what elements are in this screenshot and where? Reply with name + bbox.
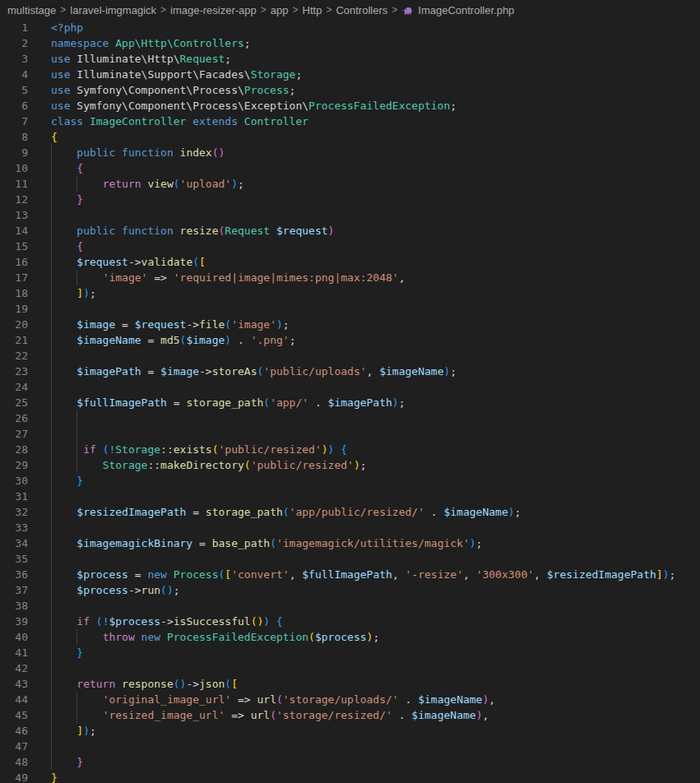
line-number[interactable]: 19 — [0, 301, 28, 317]
line-number[interactable]: 16 — [0, 254, 28, 270]
line-number[interactable]: 32 — [0, 504, 28, 520]
code-line-49[interactable]: 49} — [0, 770, 700, 783]
code-line-34[interactable]: 34 $imagemagickBinary = base_path('image… — [0, 535, 700, 551]
line-number[interactable]: 45 — [0, 707, 28, 723]
code-line-7[interactable]: 7class ImageController extends Controlle… — [0, 114, 700, 129]
code-line-4[interactable]: 4use Illuminate\Support\Facades\Storage; — [0, 67, 700, 82]
code-line-47[interactable]: 47 — [0, 739, 700, 754]
line-number[interactable]: 35 — [0, 551, 28, 567]
line-number[interactable]: 28 — [0, 442, 28, 457]
breadcrumb-item-app[interactable]: app — [271, 4, 289, 16]
line-number[interactable]: 18 — [0, 285, 28, 301]
code-line-41[interactable]: 41 } — [0, 645, 700, 660]
code-line-3[interactable]: 3use Illuminate\Http\Request; — [0, 51, 700, 67]
code-line-10[interactable]: 10 { — [0, 160, 700, 176]
line-number[interactable]: 9 — [0, 145, 28, 160]
line-number[interactable]: 37 — [0, 582, 28, 598]
code-line-21[interactable]: 21 $imageName = md5($image) . '.png'; — [0, 332, 700, 348]
code-line-42[interactable]: 42 — [0, 660, 700, 676]
code-line-25[interactable]: 25 $fullImagePath = storage_path('app/' … — [0, 395, 700, 410]
code-line-12[interactable]: 12 } — [0, 192, 700, 207]
code-line-44[interactable]: 44 'original_image_url' => url('storage/… — [0, 692, 700, 707]
code-line-37[interactable]: 37 $process->run(); — [0, 582, 700, 598]
code-line-35[interactable]: 35 — [0, 551, 700, 567]
line-number[interactable]: 39 — [0, 614, 28, 629]
line-number[interactable]: 14 — [0, 223, 28, 239]
breadcrumb-item-image-resizer-app[interactable]: image-resizer-app — [170, 4, 257, 16]
line-number[interactable]: 41 — [0, 645, 28, 660]
code-line-28[interactable]: 28 if (!Storage::exists('public/resized'… — [0, 442, 700, 457]
code-line-32[interactable]: 32 $resizedImagePath = storage_path('app… — [0, 504, 700, 520]
code-line-24[interactable]: 24 — [0, 379, 700, 395]
line-number[interactable]: 20 — [0, 317, 28, 332]
code-line-1[interactable]: 1<?php — [0, 20, 700, 35]
breadcrumb-item-file[interactable]: ImageController.php — [401, 4, 514, 16]
line-number[interactable]: 33 — [0, 520, 28, 535]
code-line-36[interactable]: 36 $process = new Process(['convert', $f… — [0, 567, 700, 582]
code-line-27[interactable]: 27 — [0, 426, 700, 442]
code-line-15[interactable]: 15 { — [0, 239, 700, 254]
breadcrumb-item-Controllers[interactable]: Controllers — [336, 4, 387, 16]
line-number[interactable]: 21 — [0, 332, 28, 348]
code-line-43[interactable]: 43 return response()->json([ — [0, 676, 700, 692]
line-number[interactable]: 22 — [0, 348, 28, 364]
line-number[interactable]: 5 — [0, 82, 28, 98]
code-line-14[interactable]: 14 public function resize(Request $reque… — [0, 223, 700, 239]
line-number[interactable]: 40 — [0, 629, 28, 645]
code-line-19[interactable]: 19 — [0, 301, 700, 317]
line-number[interactable]: 43 — [0, 676, 28, 692]
line-number[interactable]: 3 — [0, 51, 28, 67]
line-number[interactable]: 15 — [0, 239, 28, 254]
code-line-46[interactable]: 46 ]); — [0, 723, 700, 739]
line-number[interactable]: 46 — [0, 723, 28, 739]
code-line-33[interactable]: 33 — [0, 520, 700, 535]
line-number[interactable]: 10 — [0, 160, 28, 176]
breadcrumb-item-multistage[interactable]: multistage — [7, 4, 56, 16]
line-number[interactable]: 38 — [0, 598, 28, 614]
line-number[interactable]: 17 — [0, 270, 28, 285]
line-number[interactable]: 30 — [0, 473, 28, 489]
code-line-18[interactable]: 18 ]); — [0, 285, 700, 301]
line-number[interactable]: 8 — [0, 129, 28, 145]
code-line-38[interactable]: 38 — [0, 598, 700, 614]
line-number[interactable]: 1 — [0, 20, 28, 35]
code-line-20[interactable]: 20 $image = $request->file('image'); — [0, 317, 700, 332]
line-number[interactable]: 25 — [0, 395, 28, 410]
line-number[interactable]: 13 — [0, 207, 28, 223]
breadcrumb-item-Http[interactable]: Http — [303, 4, 322, 16]
line-number[interactable]: 12 — [0, 192, 28, 207]
line-number[interactable]: 7 — [0, 114, 28, 129]
line-number[interactable]: 4 — [0, 67, 28, 82]
line-number[interactable]: 26 — [0, 410, 28, 426]
line-number[interactable]: 31 — [0, 489, 28, 504]
line-number[interactable]: 44 — [0, 692, 28, 707]
code-line-23[interactable]: 23 $imagePath = $image->storeAs('public/… — [0, 364, 700, 379]
line-number[interactable]: 49 — [0, 770, 28, 783]
line-number[interactable]: 42 — [0, 660, 28, 676]
line-number[interactable]: 36 — [0, 567, 28, 582]
line-number[interactable]: 27 — [0, 426, 28, 442]
code-line-2[interactable]: 2namespace App\Http\Controllers; — [0, 35, 700, 51]
code-line-6[interactable]: 6use Symfony\Component\Process\Exception… — [0, 98, 700, 114]
code-line-40[interactable]: 40 throw new ProcessFailedException($pro… — [0, 629, 700, 645]
code-line-22[interactable]: 22 — [0, 348, 700, 364]
line-number[interactable]: 23 — [0, 364, 28, 379]
code-line-5[interactable]: 5use Symfony\Component\Process\Process; — [0, 82, 700, 98]
line-number[interactable]: 48 — [0, 754, 28, 770]
code-line-26[interactable]: 26 — [0, 410, 700, 426]
code-line-17[interactable]: 17 'image' => 'required|image|mimes:png|… — [0, 270, 700, 285]
code-line-8[interactable]: 8{ — [0, 129, 700, 145]
code-line-29[interactable]: 29 Storage::makeDirectory('public/resize… — [0, 457, 700, 473]
code-line-11[interactable]: 11 return view('upload'); — [0, 176, 700, 192]
code-line-31[interactable]: 31 — [0, 489, 700, 504]
code-line-39[interactable]: 39 if (!$process->isSuccessful()) { — [0, 614, 700, 629]
code-line-48[interactable]: 48 } — [0, 754, 700, 770]
code-line-45[interactable]: 45 'resized_image_url' => url('storage/r… — [0, 707, 700, 723]
code-line-16[interactable]: 16 $request->validate([ — [0, 254, 700, 270]
line-number[interactable]: 47 — [0, 739, 28, 754]
code-line-30[interactable]: 30 } — [0, 473, 700, 489]
line-number[interactable]: 34 — [0, 535, 28, 551]
line-number[interactable]: 24 — [0, 379, 28, 395]
line-number[interactable]: 11 — [0, 176, 28, 192]
code-line-9[interactable]: 9 public function index() — [0, 145, 700, 160]
